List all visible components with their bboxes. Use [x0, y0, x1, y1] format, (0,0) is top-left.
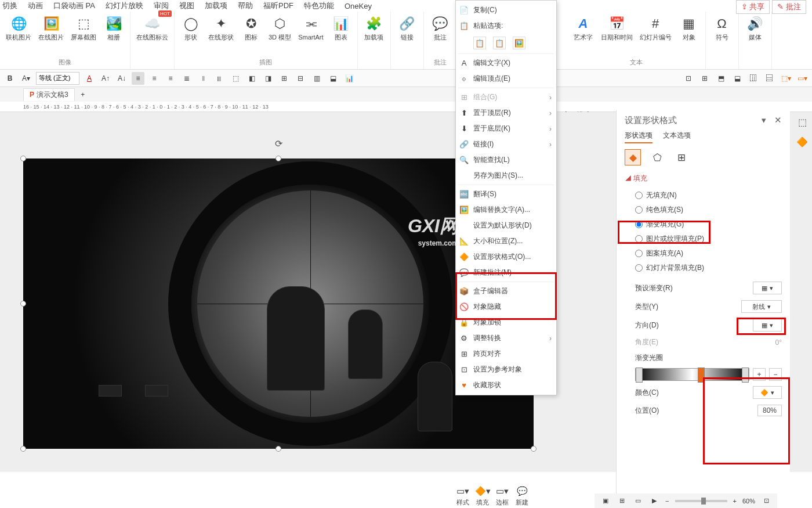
distribute-v-button[interactable]: ⫼: [213, 72, 226, 85]
bold-button[interactable]: B: [3, 72, 16, 85]
fill-line-tab[interactable]: ◆: [625, 149, 641, 165]
radio-gradient-fill[interactable]: 渐变填充(G): [625, 217, 782, 232]
align-tool-8[interactable]: ▭▾: [796, 72, 809, 85]
cm-set-default[interactable]: 设置为默认形状(D): [456, 218, 556, 233]
slide-number-button[interactable]: #幻灯片编号: [639, 14, 673, 42]
zoom-level[interactable]: 60%: [742, 498, 755, 505]
cm-favorite[interactable]: ♥收藏形状: [456, 377, 556, 393]
cm-hide-object[interactable]: 🚫对象隐藏: [456, 299, 556, 315]
tab-foxit[interactable]: 福昕PDF: [263, 1, 293, 11]
font-combo[interactable]: [36, 72, 79, 85]
cm-lock-object[interactable]: 🔒对象加锁: [456, 315, 556, 330]
type-dropdown[interactable]: 射线 ▾: [741, 300, 782, 313]
zoom-in-button[interactable]: +: [733, 498, 737, 505]
align-tool-4[interactable]: ⬓: [731, 72, 744, 85]
cm-translate[interactable]: 🔤翻译(S): [456, 186, 556, 202]
zoom-slider[interactable]: [675, 500, 727, 502]
object-button[interactable]: ▦对象: [677, 14, 701, 42]
radio-solid-fill[interactable]: 纯色填充(S): [625, 203, 782, 217]
size-tab[interactable]: ⊞: [673, 149, 690, 165]
tab-pocket-anim[interactable]: 口袋动画 PA: [53, 1, 95, 11]
cm-smart-lookup[interactable]: 🔍智能查找(L): [456, 152, 556, 168]
align-tool-5[interactable]: ⿲: [747, 72, 760, 85]
fit-window-button[interactable]: ⊡: [761, 496, 771, 506]
tab-onekey[interactable]: OneKey: [345, 2, 372, 10]
doc-tab-active[interactable]: P 演示文稿3: [23, 88, 75, 101]
view-reading-button[interactable]: ▭: [633, 496, 643, 506]
gradient-slider[interactable]: [635, 368, 749, 381]
preset-dropdown[interactable]: ▦ ▾: [753, 282, 782, 294]
direction-dropdown[interactable]: ▦ ▾: [753, 319, 782, 332]
increase-font-button[interactable]: A↑: [99, 72, 112, 85]
color-dropdown[interactable]: 🔶 ▾: [753, 386, 782, 399]
align-tool-6[interactable]: ⿳: [763, 72, 776, 85]
cm-save-pic[interactable]: 另存为图片(S)...: [456, 168, 556, 183]
smartart-button[interactable]: ⫘SmartArt: [297, 14, 324, 42]
tool-h-button[interactable]: 📊: [343, 72, 356, 85]
shapes-button[interactable]: ◯形状: [179, 14, 202, 42]
cm-adjust[interactable]: ⚙调整转换›: [456, 330, 556, 346]
font-color-button[interactable]: A▾: [20, 72, 32, 85]
panel-close-button[interactable]: ✕: [774, 115, 782, 125]
tab-animation[interactable]: 动画: [28, 1, 43, 11]
mini-style[interactable]: ▭▾样式: [455, 485, 470, 507]
decrease-font-button[interactable]: A↓: [115, 72, 128, 85]
align-justify-button[interactable]: ≣: [180, 72, 193, 85]
cm-size-pos[interactable]: 📐大小和位置(Z)...: [456, 233, 556, 249]
web-pictures-button[interactable]: 🖼️在线图片: [37, 14, 65, 42]
icons-button[interactable]: ✪图标: [240, 14, 263, 42]
align-tool-2[interactable]: ⊞: [698, 72, 711, 85]
addins-button[interactable]: 🧩加载项: [362, 14, 386, 42]
fill-section-header[interactable]: ◢ 填充: [625, 174, 782, 183]
cm-set-ref[interactable]: ⊡设置为参考对象: [456, 362, 556, 377]
share-button[interactable]: ⇪ 共享: [736, 0, 770, 14]
radio-picture-fill[interactable]: 图片或纹理填充(P): [625, 232, 782, 246]
tool-a-button[interactable]: ⬚: [229, 72, 242, 85]
chart-button[interactable]: 📊图表: [329, 14, 353, 42]
tab-slideshow[interactable]: 幻灯片放映: [106, 1, 143, 11]
add-stop-button[interactable]: +: [753, 368, 766, 381]
align-tool-1[interactable]: ⊡: [682, 72, 695, 85]
align-right-button[interactable]: ≡: [164, 72, 177, 85]
position-value[interactable]: 80%: [757, 405, 782, 416]
font-color2-button[interactable]: A: [83, 72, 96, 85]
radio-pattern-fill[interactable]: 图案填充(A): [625, 246, 782, 261]
add-tab-button[interactable]: +: [77, 91, 89, 99]
wordart-button[interactable]: A艺术字: [572, 14, 595, 42]
cm-align-pages[interactable]: ⊞跨页对齐: [456, 346, 556, 362]
cm-alt-text[interactable]: 🖼️编辑替换文字(A)...: [456, 202, 556, 218]
view-sorter-button[interactable]: ⊞: [617, 496, 627, 506]
symbol-button[interactable]: Ω符号: [710, 14, 734, 42]
tool-g-button[interactable]: ⬓: [327, 72, 339, 85]
cm-bring-front[interactable]: ⬆置于顶层(R)›: [456, 105, 556, 121]
tool-b-button[interactable]: ◧: [245, 72, 258, 85]
online-pictures-button[interactable]: 🌐联机图片: [5, 14, 32, 42]
cm-format-shape[interactable]: 🔶设置形状格式(O)...: [456, 249, 556, 265]
tab-text-options[interactable]: 文本选项: [663, 131, 691, 143]
media-button[interactable]: 🔊媒体: [744, 14, 767, 42]
tool-d-button[interactable]: ⊞: [278, 72, 291, 85]
annotate-button[interactable]: ✎ 批注: [772, 0, 806, 14]
paste-opt-1[interactable]: 📋: [473, 37, 486, 49]
cm-copy[interactable]: 📄复制(C): [456, 2, 556, 18]
side-tab-format[interactable]: 🔶: [795, 135, 809, 149]
view-slideshow-button[interactable]: ▶: [649, 496, 659, 506]
radio-no-fill[interactable]: 无填充(N): [625, 188, 782, 203]
3d-model-button[interactable]: ⬡3D 模型: [267, 14, 292, 42]
cm-box-editor[interactable]: 📦盒子编辑器: [456, 283, 556, 299]
paste-opt-3[interactable]: 🖼️: [513, 37, 525, 49]
cm-send-back[interactable]: ⬇置于底层(K)›: [456, 121, 556, 136]
align-tool-3[interactable]: ⬒: [715, 72, 727, 85]
distribute-h-button[interactable]: ⫴: [197, 72, 209, 85]
remove-stop-button[interactable]: −: [769, 368, 782, 381]
radio-slide-bg-fill[interactable]: 幻灯片背景填充(B): [625, 261, 782, 275]
align-left-button[interactable]: ≡: [132, 72, 144, 85]
effects-tab[interactable]: ⬠: [649, 149, 665, 165]
panel-menu-button[interactable]: ▾: [762, 115, 766, 125]
cm-link[interactable]: 🔗链接(I)›: [456, 136, 556, 152]
icon-cloud-button[interactable]: ☁️在线图标云: [135, 14, 169, 42]
cm-edit-text[interactable]: A编辑文字(X): [456, 55, 556, 71]
tool-f-button[interactable]: ▥: [310, 72, 323, 85]
cm-edit-points[interactable]: ⟐编辑顶点(E): [456, 71, 556, 87]
comment-button[interactable]: 💬批注: [429, 14, 452, 42]
